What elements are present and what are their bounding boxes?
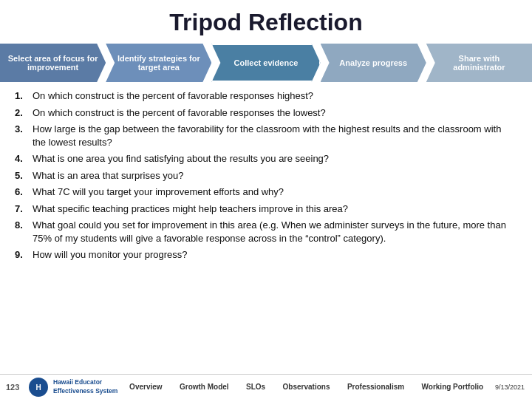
q-text: What goal could you set for improvement … <box>33 219 517 245</box>
footer-nav-observations[interactable]: Observations <box>283 383 330 391</box>
content-area: 1.On which construct is the percent of f… <box>0 82 532 268</box>
page-title: Tripod Reflection <box>0 0 532 44</box>
q-text: What is one area you find satisfying abo… <box>33 152 517 166</box>
q-num: 9. <box>15 248 33 262</box>
question-item-4: 4.What is one area you find satisfying a… <box>15 152 517 166</box>
svg-text:H: H <box>35 383 41 392</box>
page-number: 123 <box>0 383 22 392</box>
footer-nav: OverviewGrowth ModelSLOsObservationsProf… <box>117 383 495 391</box>
step-4[interactable]: Analyze progress <box>321 44 426 82</box>
q-text: On which construct is the percent of fav… <box>33 89 517 103</box>
q-num: 2. <box>15 106 33 120</box>
q-num: 3. <box>15 123 33 149</box>
footer-date: 9/13/2021 <box>495 383 532 391</box>
footer-nav-growth-model[interactable]: Growth Model <box>180 383 229 391</box>
step-2[interactable]: Identify strategies for target area <box>106 44 211 82</box>
hees-logo-icon: H <box>28 377 49 398</box>
q-text: What 7C will you target your improvement… <box>33 185 517 199</box>
step-3[interactable]: Collect evidence <box>211 44 320 82</box>
question-item-7: 7.What specific teaching practices might… <box>15 202 517 216</box>
question-item-2: 2.On which construct is the percent of f… <box>15 106 517 120</box>
step-5[interactable]: Share with administrator <box>426 44 532 82</box>
q-num: 4. <box>15 152 33 166</box>
question-item-6: 6.What 7C will you target your improveme… <box>15 185 517 199</box>
q-num: 1. <box>15 89 33 103</box>
footer-nav-working-portfolio[interactable]: Working Portfolio <box>422 383 484 391</box>
question-item-9: 9.How will you monitor your progress? <box>15 248 517 262</box>
footer-nav-slos[interactable]: SLOs <box>246 383 265 391</box>
footer: 123 H Hawaii Educator Effectiveness Syst… <box>0 374 532 399</box>
q-text: What specific teaching practices might h… <box>33 202 517 216</box>
question-item-5: 5.What is an area that surprises you? <box>15 169 517 183</box>
steps-bar: Select area of focus for improvement Ide… <box>0 44 532 82</box>
footer-logo: H Hawaii Educator Effectiveness System <box>22 377 117 398</box>
logo-text: Hawaii Educator Effectiveness System <box>53 378 117 395</box>
question-item-1: 1.On which construct is the percent of f… <box>15 89 517 103</box>
q-num: 6. <box>15 185 33 199</box>
q-text: How will you monitor your progress? <box>33 248 517 262</box>
q-text: On which construct is the percent of fav… <box>33 106 517 120</box>
question-item-8: 8.What goal could you set for improvemen… <box>15 219 517 245</box>
q-text: How large is the gap between the favorab… <box>33 123 517 149</box>
q-num: 8. <box>15 219 33 245</box>
question-item-3: 3.How large is the gap between the favor… <box>15 123 517 149</box>
step-1[interactable]: Select area of focus for improvement <box>0 44 106 82</box>
q-num: 7. <box>15 202 33 216</box>
q-num: 5. <box>15 169 33 183</box>
q-text: What is an area that surprises you? <box>33 169 517 183</box>
footer-nav-overview[interactable]: Overview <box>129 383 162 391</box>
footer-nav-professionalism[interactable]: Professionalism <box>347 383 404 391</box>
